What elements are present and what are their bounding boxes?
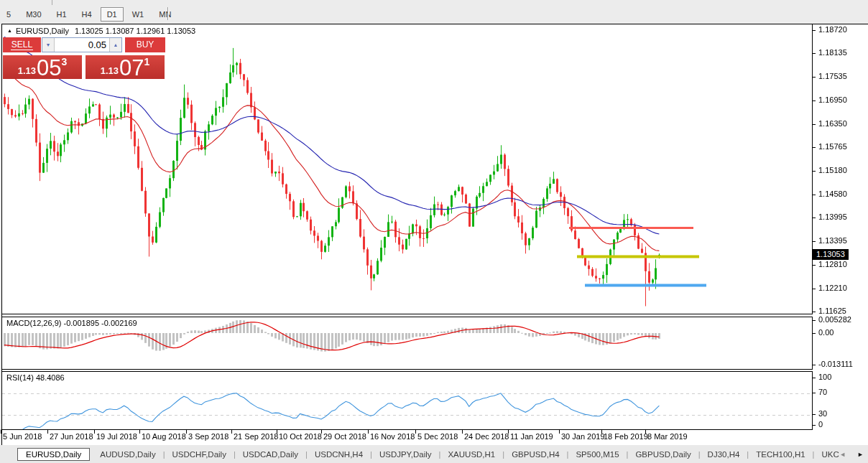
tab-scroll-left-icon[interactable]: ◄ (839, 451, 846, 458)
tab-scroll-controls: ◄ ► (839, 445, 864, 463)
volume-input[interactable] (55, 38, 109, 52)
volume-spinner: ▼ ▲ (42, 37, 122, 52)
sell-price-prefix: 1.13 (18, 65, 36, 76)
tab-gbpusd-h4[interactable]: GBPUSD,H4 (504, 449, 566, 460)
buy-price-box[interactable]: 1.13 07 1 (86, 55, 165, 79)
symbol-tab-bar: EURUSD,DailyAUDUSD,Daily|USDCHF,Daily|US… (0, 445, 868, 463)
volume-decrease-button[interactable]: ▼ (42, 38, 55, 52)
down-arrow-icon: ▼ (46, 42, 51, 47)
tab-dj30-h4[interactable]: DJ30,H4 (701, 449, 747, 460)
buy-price-pip: 1 (144, 56, 150, 67)
buy-price-prefix: 1.13 (101, 65, 119, 76)
sell-price-box[interactable]: 1.13 05 3 (3, 55, 82, 79)
tab-usdchf-daily[interactable]: USDCHF,Daily (165, 449, 234, 460)
tab-usdcad-daily[interactable]: USDCAD,Daily (236, 449, 305, 460)
tab-scroll-right-icon[interactable]: ► (857, 451, 864, 458)
tab-xauusd-h1[interactable]: XAUUSD,H1 (440, 449, 502, 460)
sell-button[interactable]: SELL (3, 37, 41, 52)
sell-price-main: 05 (37, 57, 61, 78)
buy-button[interactable]: BUY (125, 37, 165, 52)
tab-gbpusd-daily[interactable]: GBPUSD,Daily (628, 449, 698, 460)
tab-audusd-daily[interactable]: AUDUSD,Daily (93, 449, 162, 460)
tab-tech100-h1[interactable]: TECH100,H1 (749, 449, 812, 460)
tab-sp500-m15[interactable]: SP500,M15 (568, 449, 626, 460)
sell-button-label: SELL (11, 39, 33, 50)
tab-usdjpy-daily[interactable]: USDJPY,Daily (372, 449, 439, 460)
one-click-trading-panel: SELL ▼ ▲ BUY 1.13 05 3 1.13 07 1 (3, 37, 168, 79)
volume-increase-button[interactable]: ▲ (109, 38, 121, 52)
up-arrow-icon: ▲ (114, 42, 119, 47)
tab-eurusd-daily[interactable]: EURUSD,Daily (17, 448, 90, 461)
sell-price-pip: 3 (62, 56, 68, 67)
tab-usdcnh-h4[interactable]: USDCNH,H4 (308, 449, 370, 460)
symbol-tabs: EURUSD,DailyAUDUSD,Daily|USDCHF,Daily|US… (17, 448, 846, 461)
buy-price-main: 07 (119, 57, 144, 78)
